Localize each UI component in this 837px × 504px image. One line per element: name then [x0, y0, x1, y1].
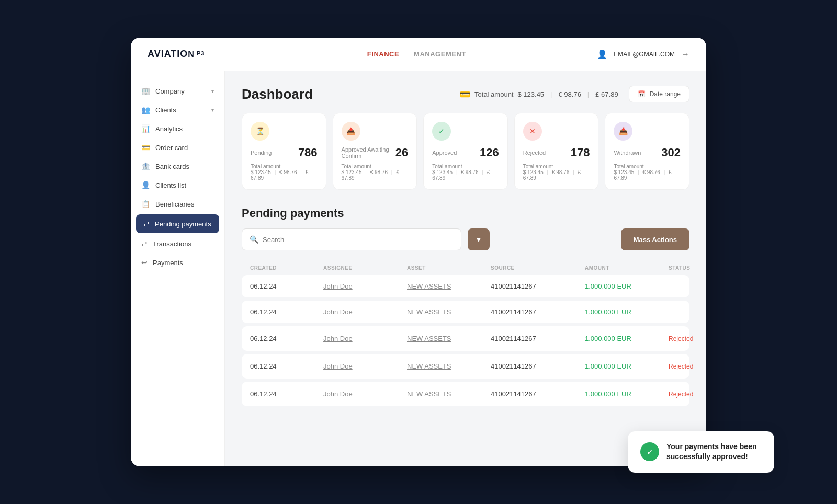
- col-source: SOURCE: [491, 265, 585, 271]
- cell-source: 410021141267: [491, 335, 585, 342]
- cell-assignee[interactable]: John Doe: [323, 335, 407, 342]
- table-row: 06.12.24 John Doe NEW ASSETS 41002114126…: [242, 275, 689, 297]
- cell-assignee[interactable]: John Doe: [323, 308, 407, 316]
- cell-assignee[interactable]: John Doe: [323, 390, 407, 398]
- search-wrapper: 🔍: [242, 228, 461, 250]
- date-range-button[interactable]: 📅 Date range: [629, 86, 689, 102]
- nav-management[interactable]: MANAGEMENT: [414, 50, 466, 58]
- status-card-approved: ✓ Approved 126 Total amount $ 123.45 | €…: [423, 113, 508, 190]
- rejected-icon: ✕: [523, 122, 542, 141]
- date-range-label: Date range: [650, 90, 681, 98]
- search-input[interactable]: [263, 236, 454, 244]
- sep2: |: [587, 90, 589, 98]
- cell-created: 06.12.24: [250, 362, 323, 370]
- calendar-icon: 📅: [638, 90, 646, 98]
- user-icon: 👤: [597, 49, 607, 59]
- sidebar-label-beneficiaries: Beneficiaries: [155, 200, 194, 208]
- sidebar-item-analytics[interactable]: 📊 Analytics: [131, 119, 224, 138]
- sidebar-label-clients: Clients: [155, 106, 176, 114]
- table-row: 06.12.24 John Doe NEW ASSETS 41002114126…: [242, 326, 689, 351]
- sidebar-item-transactions[interactable]: ⇄ Transactions: [131, 234, 224, 253]
- sidebar-item-order-card[interactable]: 💳 Order card: [131, 138, 224, 157]
- logo-text: AVIATION: [148, 49, 195, 60]
- clients-icon: 👥: [141, 106, 150, 114]
- nav-links: FINANCE MANAGEMENT: [367, 50, 466, 58]
- sidebar-item-pending-payments[interactable]: ⇄ Pending payments: [136, 214, 219, 233]
- payments-icon: ↩: [141, 258, 148, 267]
- sidebar: 🏢 Company ▾ 👥 Clients ▾ 📊 Analytics 💳 Or…: [131, 71, 225, 466]
- table-row: 06.12.24 John Doe NEW ASSETS 41002114126…: [242, 301, 689, 323]
- content-area: Dashboard 💳 Total amount $ 123.45 | € 98…: [225, 71, 706, 466]
- cell-assignee[interactable]: John Doe: [323, 282, 407, 290]
- cell-source: 410021141267: [491, 362, 585, 370]
- cell-status: Rejected: [669, 335, 706, 342]
- cell-created: 06.12.24: [250, 308, 323, 316]
- top-nav: AVIATION P3 FINANCE MANAGEMENT 👤 EMAIL@G…: [131, 38, 706, 71]
- cell-asset[interactable]: NEW ASSETS: [407, 362, 491, 370]
- sidebar-label-transactions: Transactions: [153, 240, 191, 248]
- sidebar-item-clients[interactable]: 👥 Clients ▾: [131, 100, 224, 119]
- approved-count: 126: [480, 146, 499, 159]
- pending-total-label: Total amount: [251, 164, 318, 169]
- status-card-rejected: ✕ Rejected 178 Total amount $ 123.45 | €…: [514, 113, 599, 190]
- user-area: 👤 EMAIL@GMAIL.COM →: [597, 49, 689, 59]
- total-eur: € 98.76: [558, 90, 581, 98]
- sidebar-label-pending-payments: Pending payments: [155, 220, 211, 228]
- search-area: 🔍 ▼ Mass Actions: [242, 228, 689, 250]
- sidebar-label-company: Company: [155, 87, 185, 95]
- col-asset: ASSET: [407, 265, 491, 271]
- pending-amounts: $ 123.45 | € 98.76 | £ 67.89: [251, 169, 318, 181]
- withdrawn-icon: 📥: [614, 122, 632, 141]
- sidebar-item-bank-cards[interactable]: 🏦 Bank cards: [131, 157, 224, 176]
- total-amount: 💳 Total amount $ 123.45 | € 98.76 | £ 67…: [460, 89, 618, 99]
- col-assignee: ASSIGNEE: [323, 265, 407, 271]
- main-layout: 🏢 Company ▾ 👥 Clients ▾ 📊 Analytics 💳 Or…: [131, 71, 706, 466]
- sidebar-item-beneficiaries[interactable]: 📋 Beneficiaries: [131, 194, 224, 213]
- sidebar-item-payments[interactable]: ↩ Payments: [131, 253, 224, 272]
- filter-button[interactable]: ▼: [468, 228, 490, 250]
- rejected-count: 178: [571, 146, 590, 159]
- company-icon: 🏢: [141, 87, 150, 95]
- sidebar-label-bank-cards: Bank cards: [155, 163, 189, 170]
- toast-success-icon: ✓: [640, 442, 659, 461]
- status-cards: ⏳ Pending 786 Total amount $ 123.45 | € …: [242, 113, 689, 190]
- approved-awaiting-count: 26: [395, 146, 408, 159]
- mass-actions-button[interactable]: Mass Actions: [621, 228, 689, 250]
- section-title: Pending payments: [242, 207, 689, 220]
- col-status: STATUS: [669, 265, 706, 271]
- dashboard-title: Dashboard: [242, 86, 313, 102]
- pending-payments-section: Pending payments 🔍 ▼ Mass Actions CREATE…: [242, 207, 689, 406]
- cell-source: 410021141267: [491, 390, 585, 398]
- pending-payments-icon: ⇄: [143, 220, 150, 228]
- sep1: |: [550, 90, 552, 98]
- approved-label: Approved: [432, 150, 457, 156]
- order-card-icon: 💳: [141, 143, 150, 152]
- cell-assignee[interactable]: John Doe: [323, 362, 407, 370]
- sidebar-item-company[interactable]: 🏢 Company ▾: [131, 82, 224, 100]
- pending-icon: ⏳: [251, 122, 269, 141]
- table-header: CREATED ASSIGNEE ASSET SOURCE AMOUNT STA…: [242, 261, 689, 275]
- cell-source: 410021141267: [491, 308, 585, 316]
- bank-cards-icon: 🏦: [141, 162, 150, 170]
- total-amount-label: Total amount: [474, 90, 513, 98]
- approved-awaiting-icon: 📤: [342, 122, 360, 141]
- cell-asset[interactable]: NEW ASSETS: [407, 335, 491, 342]
- pending-label: Pending: [251, 150, 272, 156]
- cell-asset[interactable]: NEW ASSETS: [407, 308, 491, 316]
- sidebar-item-clients-list[interactable]: 👤 Clients list: [131, 176, 224, 194]
- cell-amount: 1.000.000 EUR: [585, 390, 669, 398]
- transactions-icon: ⇄: [141, 239, 148, 248]
- rejected-label: Rejected: [523, 150, 546, 156]
- cell-created: 06.12.24: [250, 335, 323, 342]
- cell-asset[interactable]: NEW ASSETS: [407, 390, 491, 398]
- logo: AVIATION P3: [148, 49, 205, 60]
- clients-list-icon: 👤: [141, 181, 150, 189]
- wallet-icon: 💳: [460, 89, 470, 99]
- analytics-icon: 📊: [141, 124, 150, 133]
- logout-icon[interactable]: →: [681, 50, 689, 59]
- cell-asset[interactable]: NEW ASSETS: [407, 282, 491, 290]
- nav-finance[interactable]: FINANCE: [367, 50, 399, 58]
- total-gbp: £ 67.89: [595, 90, 618, 98]
- col-amount: AMOUNT: [585, 265, 669, 271]
- sidebar-label-order-card: Order card: [155, 144, 188, 152]
